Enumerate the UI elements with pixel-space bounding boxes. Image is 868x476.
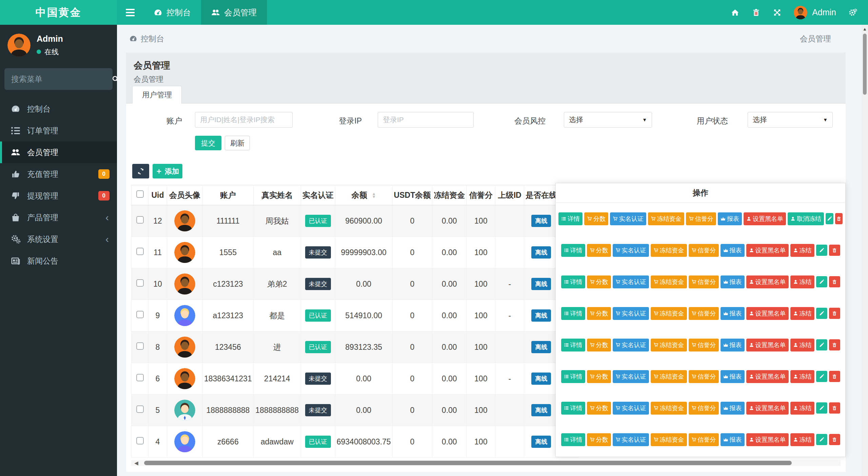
risk-select[interactable]: 选择▼ [564, 112, 652, 128]
op-设置黑名单-button[interactable]: 设置黑名单 [744, 212, 786, 225]
horizontal-scrollbar[interactable]: ◀ [131, 460, 841, 466]
op-详情-button[interactable]: 详情 [561, 307, 585, 320]
settings-button[interactable] [842, 0, 863, 25]
sidebar-item-2[interactable]: 会员管理 [0, 141, 117, 163]
op-报表-button[interactable]: 报表 [721, 307, 745, 320]
brand-logo[interactable]: 中国黄金 [0, 0, 117, 25]
user-status-select[interactable]: 选择▼ [748, 112, 833, 128]
op-freeze-button[interactable]: 冻结 [790, 275, 814, 288]
op-delete-button[interactable] [829, 308, 840, 319]
op-分数-button[interactable]: 分数 [587, 275, 611, 288]
op-信誉分-button[interactable]: 信誉分 [689, 307, 719, 320]
op-freeze-button[interactable]: 冻结 [790, 339, 814, 351]
sidebar-search-input[interactable] [11, 75, 112, 84]
refresh-button[interactable]: 刷新 [225, 136, 250, 150]
op-设置黑名单-button[interactable]: 设置黑名单 [746, 339, 789, 351]
op-分数-button[interactable]: 分数 [587, 307, 611, 320]
op-详情-button[interactable]: 详情 [558, 212, 583, 225]
op-分数-button[interactable]: 分数 [587, 433, 611, 446]
op-冻结资金-button[interactable]: 冻结资金 [651, 339, 687, 351]
submit-button[interactable]: 提交 [195, 136, 221, 150]
row-checkbox[interactable] [136, 248, 144, 255]
clear-cache-button[interactable] [746, 0, 767, 25]
tab-user-management[interactable]: 用户管理 [132, 86, 182, 103]
op-信誉分-button[interactable]: 信誉分 [689, 339, 719, 351]
fullscreen-button[interactable] [767, 0, 788, 25]
sidebar-item-3[interactable]: 充值管理0 [0, 163, 117, 185]
op-freeze-button[interactable]: 冻结 [790, 370, 814, 383]
op-delete-button[interactable] [829, 339, 840, 350]
column-header[interactable]: 实名认证 [301, 185, 335, 205]
sidebar-item-0[interactable]: 控制台 [0, 98, 117, 120]
op-实名认证-button[interactable]: 实名认证 [613, 244, 649, 257]
op-信誉分-button[interactable]: 信誉分 [689, 433, 719, 446]
op-详情-button[interactable]: 详情 [561, 370, 585, 383]
op-报表-button[interactable]: 报表 [721, 402, 745, 415]
op-edit-button[interactable] [816, 434, 827, 445]
op-delete-button[interactable] [829, 402, 840, 414]
account-input[interactable] [195, 112, 293, 128]
op-报表-button[interactable]: 报表 [721, 370, 745, 383]
op-freeze-button[interactable]: 冻结 [790, 244, 814, 257]
op-实名认证-button[interactable]: 实名认证 [613, 370, 649, 383]
op-冻结资金-button[interactable]: 冻结资金 [648, 212, 684, 225]
user-menu[interactable]: Admin [788, 6, 842, 19]
op-信誉分-button[interactable]: 信誉分 [686, 212, 716, 225]
op-实名认证-button[interactable]: 实名认证 [613, 433, 649, 446]
op-详情-button[interactable]: 详情 [561, 244, 585, 257]
op-详情-button[interactable]: 详情 [561, 339, 585, 351]
sidebar-toggle-button[interactable] [117, 0, 143, 25]
op-报表-button[interactable]: 报表 [721, 275, 745, 288]
column-header[interactable]: 是否在线 [524, 185, 558, 205]
op-edit-button[interactable] [826, 213, 833, 224]
op-delete-button[interactable] [829, 245, 840, 256]
op-分数-button[interactable]: 分数 [584, 212, 608, 225]
op-信誉分-button[interactable]: 信誉分 [689, 275, 719, 288]
op-edit-button[interactable] [816, 276, 827, 287]
vertical-scrollbar-thumb[interactable] [863, 34, 867, 95]
op-edit-button[interactable] [816, 402, 827, 414]
op-freeze-button[interactable]: 冻结 [790, 402, 814, 415]
op-分数-button[interactable]: 分数 [587, 370, 611, 383]
op-实名认证-button[interactable]: 实名认证 [613, 275, 649, 288]
column-header[interactable]: 真实姓名 [253, 185, 301, 205]
op-delete-button[interactable] [835, 213, 843, 224]
table-reload-button[interactable] [132, 164, 149, 178]
op-分数-button[interactable]: 分数 [587, 339, 611, 351]
op-分数-button[interactable]: 分数 [587, 244, 611, 257]
scroll-up-arrow-icon[interactable]: ▲ [862, 25, 868, 32]
op-报表-button[interactable]: 报表 [718, 212, 742, 225]
op-详情-button[interactable]: 详情 [561, 275, 585, 288]
op-报表-button[interactable]: 报表 [721, 244, 745, 257]
op-冻结资金-button[interactable]: 冻结资金 [651, 433, 687, 446]
op-详情-button[interactable]: 详情 [561, 402, 585, 415]
column-header[interactable]: 冻结资金 [432, 185, 467, 205]
op-delete-button[interactable] [829, 276, 840, 287]
op-分数-button[interactable]: 分数 [587, 402, 611, 415]
scroll-left-arrow-icon[interactable]: ◀ [131, 460, 141, 466]
row-checkbox[interactable] [136, 342, 144, 350]
sidebar-item-7[interactable]: 新闻公告 [0, 250, 117, 272]
op-冻结资金-button[interactable]: 冻结资金 [651, 402, 687, 415]
op-冻结资金-button[interactable]: 冻结资金 [651, 307, 687, 320]
column-header[interactable]: 会员头像 [167, 185, 203, 205]
op-edit-button[interactable] [816, 245, 827, 256]
op-设置黑名单-button[interactable]: 设置黑名单 [746, 275, 789, 288]
sort-icon[interactable]: ▲▼ [372, 192, 376, 198]
op-信誉分-button[interactable]: 信誉分 [689, 370, 719, 383]
op-设置黑名单-button[interactable]: 设置黑名单 [746, 307, 789, 320]
sidebar-item-5[interactable]: 产品管理‹ [0, 207, 117, 228]
op-delete-button[interactable] [829, 371, 840, 382]
op-报表-button[interactable]: 报表 [721, 433, 745, 446]
column-header[interactable]: 上级ID [495, 185, 524, 205]
op-edit-button[interactable] [816, 371, 827, 382]
op-edit-button[interactable] [816, 339, 827, 350]
row-checkbox[interactable] [136, 216, 144, 224]
sidebar-item-6[interactable]: 系统设置‹ [0, 228, 117, 250]
sidebar-item-1[interactable]: 订单管理 [0, 120, 117, 141]
column-header[interactable]: Uid [149, 185, 167, 205]
add-member-button[interactable]: 添加 [153, 164, 182, 178]
horizontal-scrollbar-thumb[interactable] [144, 461, 792, 465]
login-ip-input[interactable] [378, 112, 474, 128]
select-all-checkbox[interactable] [136, 190, 144, 198]
